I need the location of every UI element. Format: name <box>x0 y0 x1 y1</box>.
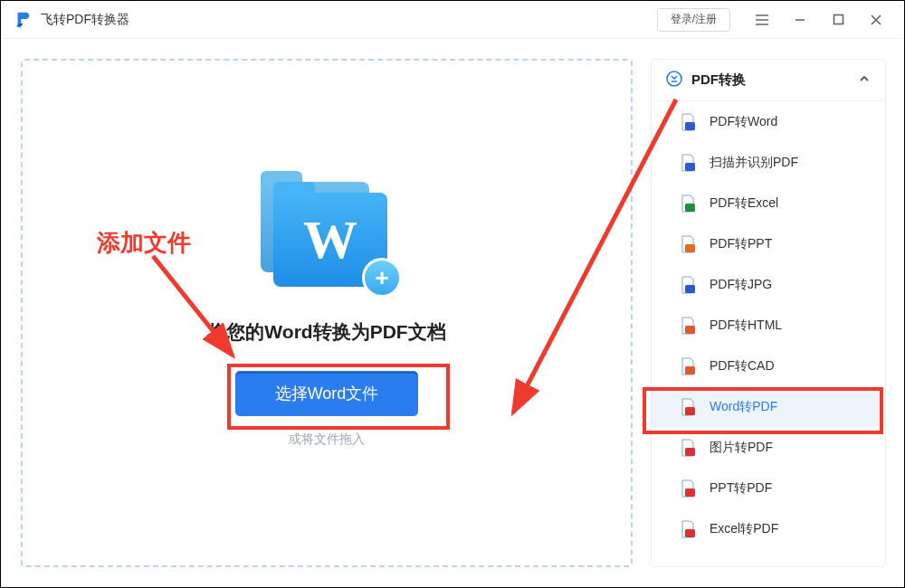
file-type-icon <box>679 479 697 498</box>
window-controls <box>743 1 895 39</box>
sidebar-item[interactable]: PPT转PDF <box>652 468 885 508</box>
word-folder-icon: W + <box>259 176 395 292</box>
svg-rect-6 <box>685 285 695 293</box>
sidebar-item-label: PDF转Word <box>710 114 777 130</box>
svg-rect-12 <box>685 529 695 537</box>
titlebar: 飞转PDF转换器 登录/注册 <box>1 1 904 39</box>
drag-hint: 或将文件拖入 <box>289 432 365 448</box>
sidebar-item[interactable]: PDF转CAD <box>652 346 885 386</box>
file-type-icon <box>679 194 697 213</box>
chevron-up-icon <box>858 72 871 88</box>
svg-rect-2 <box>685 122 695 130</box>
svg-rect-5 <box>685 244 695 252</box>
sidebar-item-label: PDF转JPG <box>710 277 772 293</box>
sidebar-header[interactable]: PDF转换 <box>652 60 885 101</box>
sidebar-item[interactable]: PDF转JPG <box>652 264 885 305</box>
sidebar-header-label: PDF转换 <box>691 71 746 89</box>
file-type-icon <box>679 520 697 538</box>
sidebar-item-label: 扫描并识别PDF <box>710 155 798 171</box>
file-type-icon <box>679 235 697 253</box>
app-title: 飞转PDF转换器 <box>41 12 129 28</box>
login-register-button[interactable]: 登录/注册 <box>657 8 730 32</box>
file-type-icon <box>679 154 697 172</box>
file-type-icon <box>679 439 697 457</box>
convert-icon <box>666 71 682 90</box>
sidebar-item[interactable]: PDF转PPT <box>652 223 885 264</box>
close-button[interactable] <box>857 1 895 39</box>
app-logo-icon <box>14 10 33 30</box>
svg-rect-10 <box>685 448 695 456</box>
svg-rect-11 <box>685 488 695 497</box>
annotation-box-select-button <box>227 364 450 430</box>
sidebar-item[interactable]: PDF转HTML <box>652 305 885 346</box>
login-register-label: 登录/注册 <box>671 12 717 27</box>
drop-area[interactable]: W + 将您的Word转换为PDF文档 选择Word文件 或将文件拖入 <box>21 59 633 567</box>
sidebar-item[interactable]: PDF转Excel <box>652 183 885 223</box>
sidebar-item-label: Excel转PDF <box>710 521 778 537</box>
content-row: W + 将您的Word转换为PDF文档 选择Word文件 或将文件拖入 PDF转… <box>1 39 904 587</box>
sidebar-item[interactable]: PDF转Word <box>652 101 885 142</box>
svg-rect-7 <box>685 326 695 334</box>
menu-button[interactable] <box>743 1 781 39</box>
file-type-icon <box>679 357 697 375</box>
svg-rect-0 <box>834 15 843 24</box>
sidebar: PDF转换 PDF转Word扫描并识别PDFPDF转ExcelPDF转PPTPD… <box>651 59 886 567</box>
sidebar-item-label: PDF转PPT <box>710 236 772 252</box>
annotation-add-file-text: 添加文件 <box>97 227 191 259</box>
sidebar-item-label: PDF转Excel <box>710 195 778 212</box>
sidebar-item-label: 图片转PDF <box>710 440 773 456</box>
file-type-icon <box>679 113 697 131</box>
sidebar-item[interactable]: 扫描并识别PDF <box>652 142 885 183</box>
file-type-icon <box>679 317 697 335</box>
sidebar-item-label: PPT转PDF <box>710 480 772 497</box>
plus-badge-icon: + <box>362 258 402 298</box>
sidebar-item-label: PDF转HTML <box>710 318 782 334</box>
sidebar-item[interactable]: Excel转PDF <box>652 508 885 549</box>
sidebar-list: PDF转Word扫描并识别PDFPDF转ExcelPDF转PPTPDF转JPGP… <box>652 101 885 566</box>
svg-rect-3 <box>685 163 695 171</box>
maximize-button[interactable] <box>819 1 857 39</box>
svg-rect-4 <box>685 204 695 212</box>
svg-rect-8 <box>685 366 695 375</box>
file-type-icon <box>679 276 697 294</box>
minimize-button[interactable] <box>781 1 819 39</box>
annotation-box-word-to-pdf <box>643 387 883 434</box>
drop-heading: 将您的Word转换为PDF文档 <box>207 319 445 345</box>
sidebar-item-label: PDF转CAD <box>710 358 775 375</box>
